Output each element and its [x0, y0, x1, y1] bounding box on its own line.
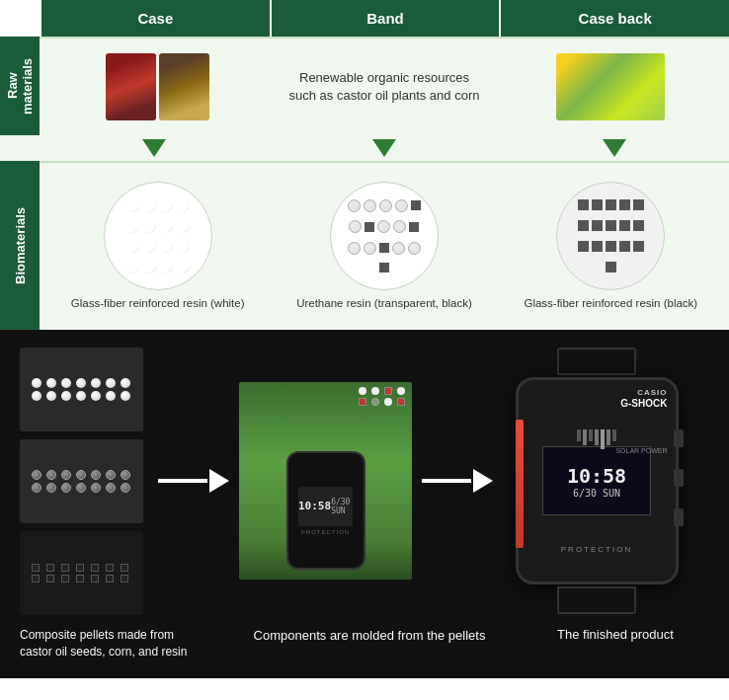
pellet-white [176, 219, 190, 233]
dot-clear [46, 483, 56, 493]
pellet-black [578, 220, 589, 231]
watch-mini: 10:58 6/30 SUN PROTECTION [286, 451, 365, 570]
raw-case-cell [47, 48, 268, 125]
pellet-black [619, 241, 630, 252]
overlay-dot-white [359, 387, 366, 395]
pellet-white [176, 239, 190, 253]
arrow-band [270, 135, 500, 161]
bottom-main-content: 10:58 6/30 SUN PROTECTION CASIO G-SH [20, 348, 709, 615]
pellet-clear [349, 220, 362, 233]
pellet-white [142, 198, 156, 212]
dot-black [61, 575, 69, 583]
bio-case-pellets [104, 182, 212, 290]
pellet-black [619, 220, 630, 231]
raw-caseback-cell [501, 48, 721, 125]
dot-white [46, 378, 56, 388]
down-arrow-case [142, 139, 166, 157]
pellet-black [592, 241, 603, 252]
bio-caseback-pellets [556, 182, 665, 290]
dot-clear [76, 470, 86, 480]
biomaterials-label: Biomaterials [0, 161, 40, 330]
dot-black [121, 575, 128, 583]
dot-white [106, 391, 116, 401]
pellet-black [606, 262, 616, 272]
dot-clear [106, 483, 116, 493]
pellet-clear [393, 220, 406, 233]
pellet-white [176, 260, 190, 273]
right-watch-image: CASIO G-SHOCK SOLAR POWER 10:58 6/30 SUN [503, 372, 690, 589]
dot-clear [121, 483, 130, 493]
bio-caseback-label: Glass-fiber reinforced resin (black) [524, 296, 697, 311]
pellet-white [142, 260, 156, 273]
pellet-clear [377, 220, 390, 233]
bio-case-label: Glass-fiber reinforced resin (white) [71, 296, 245, 311]
dot-white [32, 391, 41, 401]
pellet-black [592, 199, 603, 210]
pellet-black [578, 199, 589, 210]
watch-screen-large: 10:58 6/30 SUN [542, 446, 651, 515]
pellet-black [411, 200, 421, 210]
dot-clear [76, 483, 86, 493]
caption-components: Components are molded from the pellets [188, 627, 522, 645]
dot-white [121, 378, 130, 388]
overlay-dot-white [397, 387, 405, 395]
overlay-dot-white [384, 398, 392, 406]
caption-finished: The finished product [522, 627, 709, 642]
watch-button-3 [674, 508, 684, 526]
raw-band-text: Renewable organic resources such as cast… [279, 64, 489, 110]
header-case: Case [40, 0, 270, 37]
pellet-white [125, 239, 139, 253]
pellet-black [619, 199, 630, 210]
bio-case-cell: Glass-fiber reinforced resin (white) [47, 177, 268, 316]
raw-case-plant-img [106, 53, 156, 120]
down-arrow-caseback [603, 139, 626, 157]
pellet-white [159, 219, 173, 233]
dot-black [76, 564, 84, 572]
dot-white [32, 378, 41, 388]
arrow-case [40, 135, 270, 161]
pellet-black [364, 222, 374, 232]
pellet-white [142, 219, 156, 233]
arrow-caseback [499, 135, 729, 161]
pellet-stack-black [20, 531, 143, 615]
pellet-clear [395, 199, 408, 212]
arrow-right-2 [412, 469, 503, 493]
raw-case-image [106, 53, 209, 120]
watch-accent-left [516, 420, 524, 548]
bar [595, 429, 599, 445]
watch-date-display: 6/30 SUN [573, 488, 620, 499]
arrow-row [0, 135, 729, 161]
bio-band-pellets [330, 182, 439, 290]
dot-black [121, 564, 128, 572]
pellet-black [606, 241, 616, 252]
dot-white [76, 378, 86, 388]
pellet-dots-clear [26, 464, 138, 499]
caption-center-text: Components are molded from the pellets [254, 627, 486, 645]
center-composite-image: 10:58 6/30 SUN PROTECTION [239, 382, 412, 580]
dot-black [91, 575, 99, 583]
dot-black [76, 575, 84, 583]
dot-clear [32, 470, 41, 480]
dot-clear [32, 483, 41, 493]
arrow-combo-1 [158, 469, 229, 493]
pellet-black [578, 241, 589, 252]
dot-clear [61, 483, 71, 493]
pellet-black [606, 220, 616, 231]
watch-protection-text: PROTECTION [561, 545, 632, 554]
pellet-black [606, 199, 616, 210]
watch-strap-top [557, 348, 636, 375]
dot-black [106, 575, 114, 583]
down-arrow-band [372, 139, 396, 157]
watch-screen-mini: 10:58 6/30 SUN [298, 487, 353, 526]
raw-band-cell: Renewable organic resources such as cast… [274, 59, 494, 115]
raw-materials-label: Rawmaterials [0, 37, 40, 135]
watch-strap-bottom [557, 586, 636, 614]
pellet-stacks-left [20, 348, 148, 615]
bio-band-label: Urethane resin (transparent, black) [296, 296, 472, 311]
mini-date: 6/30 SUN [331, 498, 353, 515]
pellet-black [379, 243, 389, 253]
dot-white [121, 391, 130, 401]
bar [577, 429, 581, 441]
dot-white [106, 378, 116, 388]
pellet-white [125, 198, 139, 212]
